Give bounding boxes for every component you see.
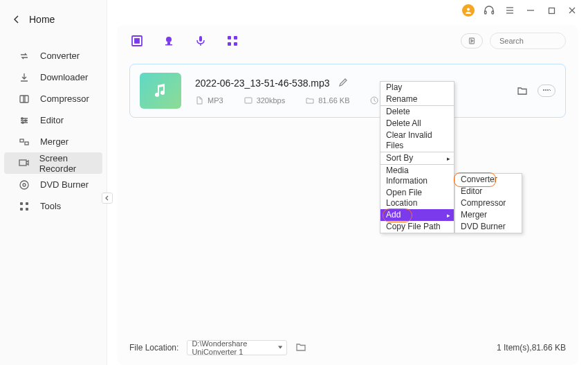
sidebar-label: Screen Recorder — [39, 153, 102, 174]
record-audio-icon[interactable] — [193, 33, 208, 48]
ctx-media-info[interactable]: Media Information — [380, 165, 454, 187]
open-folder-icon[interactable] — [515, 84, 529, 98]
sidebar-item-converter[interactable]: Converter — [4, 45, 102, 66]
sidebar-item-downloader[interactable]: Downloader — [4, 66, 102, 88]
svg-rect-32 — [228, 42, 231, 46]
svg-point-39 — [543, 89, 544, 91]
file-icon — [195, 96, 203, 105]
file-row[interactable]: 2022-06-23_13-51-46-538.mp3 MP3 320kbps … — [129, 64, 566, 118]
clock-icon — [370, 96, 378, 105]
edit-name-icon[interactable] — [338, 78, 348, 89]
sub-editor[interactable]: Editor — [455, 186, 522, 197]
chevron-down-icon — [278, 346, 282, 350]
svg-rect-31 — [234, 36, 237, 39]
file-location-select[interactable]: D:\Wondershare UniConverter 1 — [187, 340, 287, 355]
sidebar-item-screen-recorder[interactable]: Screen Recorder — [4, 152, 102, 174]
bitrate-icon — [244, 96, 252, 105]
svg-point-12 — [25, 119, 26, 121]
svg-point-18 — [23, 184, 26, 186]
record-screen-icon[interactable] — [129, 33, 145, 48]
ctx-open-location[interactable]: Open File Location — [380, 187, 454, 209]
footer: File Location: D:\Wondershare UniConvert… — [117, 330, 578, 365]
sub-merger[interactable]: Merger — [455, 209, 522, 221]
file-location-label: File Location: — [129, 343, 178, 353]
tools-icon — [18, 201, 30, 212]
editor-icon — [18, 115, 30, 126]
file-bitrate: 320kbps — [257, 96, 286, 105]
svg-rect-16 — [19, 160, 26, 166]
file-format: MP3 — [208, 96, 223, 105]
svg-rect-28 — [199, 36, 202, 42]
sub-compressor[interactable]: Compressor — [455, 197, 522, 209]
ctx-delete[interactable]: Delete — [380, 106, 454, 118]
folder-icon — [306, 96, 314, 105]
grid-icon[interactable] — [225, 33, 240, 48]
merger-icon — [18, 136, 30, 148]
svg-rect-26 — [167, 42, 170, 44]
compressor-icon — [18, 94, 30, 105]
file-thumbnail — [140, 73, 181, 109]
panel-toolbar — [117, 25, 578, 57]
sidebar-item-compressor[interactable]: Compressor — [4, 88, 102, 109]
converter-icon — [18, 51, 30, 62]
home-nav[interactable]: Home — [0, 0, 107, 38]
chevron-right-icon: ▸ — [447, 154, 450, 164]
svg-rect-24 — [135, 39, 139, 43]
footer-status: 1 Item(s),81.66 KB — [497, 343, 566, 353]
file-location-value: D:\Wondershare UniConverter 1 — [192, 339, 278, 356]
record-webcam-icon[interactable] — [161, 33, 176, 48]
sidebar-item-editor[interactable]: Editor — [4, 109, 102, 131]
svg-rect-10 — [20, 96, 28, 103]
context-menu: Play Rename Delete Delete All Clear Inva… — [380, 81, 454, 233]
screen-recorder-icon — [18, 158, 30, 169]
queue-play-button[interactable] — [461, 33, 483, 48]
search-box[interactable] — [490, 33, 566, 49]
sidebar-label: Converter — [40, 51, 80, 61]
home-label: Home — [29, 14, 55, 25]
ctx-play[interactable]: Play — [380, 82, 454, 94]
sidebar-items: Converter Downloader Compressor Editor M… — [0, 38, 107, 217]
ctx-rename[interactable]: Rename — [380, 94, 454, 105]
ctx-add[interactable]: Add▸ — [380, 209, 454, 221]
sidebar-label: Compressor — [40, 94, 89, 104]
sidebar-label: DVD Burner — [40, 179, 89, 190]
svg-point-13 — [22, 121, 24, 123]
svg-point-17 — [20, 181, 28, 189]
open-location-folder-icon[interactable] — [295, 341, 306, 355]
file-info: 2022-06-23_13-51-46-538.mp3 MP3 320kbps … — [195, 78, 515, 105]
sub-converter[interactable]: Converter — [455, 174, 522, 186]
file-size: 81.66 KB — [318, 96, 349, 105]
svg-rect-22 — [26, 208, 28, 211]
more-actions-button[interactable] — [538, 84, 555, 97]
sidebar-label: Editor — [40, 115, 64, 125]
sidebar-item-tools[interactable]: Tools — [4, 195, 102, 217]
svg-rect-33 — [234, 42, 237, 46]
svg-point-11 — [21, 117, 23, 118]
svg-point-40 — [545, 89, 546, 91]
chevron-right-icon: ▸ — [447, 211, 450, 221]
downloader-icon — [18, 72, 30, 83]
sidebar-item-dvd-burner[interactable]: DVD Burner — [4, 174, 102, 195]
search-input[interactable] — [499, 37, 588, 45]
ctx-clear-invalid[interactable]: Clear Invalid Files — [380, 130, 454, 152]
sidebar: Home Converter Downloader Compressor Edi… — [0, 0, 107, 365]
svg-rect-27 — [165, 44, 172, 46]
file-name: 2022-06-23_13-51-46-538.mp3 — [195, 78, 330, 89]
sidebar-label: Tools — [40, 201, 61, 211]
svg-rect-21 — [20, 208, 23, 211]
dvd-burner-icon — [18, 179, 30, 190]
sidebar-item-merger[interactable]: Merger — [4, 131, 102, 152]
svg-point-41 — [547, 89, 549, 91]
sidebar-label: Merger — [40, 136, 68, 147]
svg-rect-14 — [20, 139, 24, 142]
ctx-copy-path[interactable]: Copy File Path — [380, 221, 454, 233]
svg-rect-15 — [25, 142, 28, 145]
sub-dvd-burner[interactable]: DVD Burner — [455, 221, 522, 233]
svg-rect-30 — [228, 36, 231, 39]
collapse-sidebar-button[interactable] — [102, 193, 113, 204]
back-icon — [14, 15, 19, 24]
svg-point-25 — [166, 37, 172, 42]
ctx-sort-by[interactable]: Sort By▸ — [380, 152, 454, 164]
ctx-delete-all[interactable]: Delete All — [380, 118, 454, 130]
svg-rect-37 — [245, 98, 252, 103]
